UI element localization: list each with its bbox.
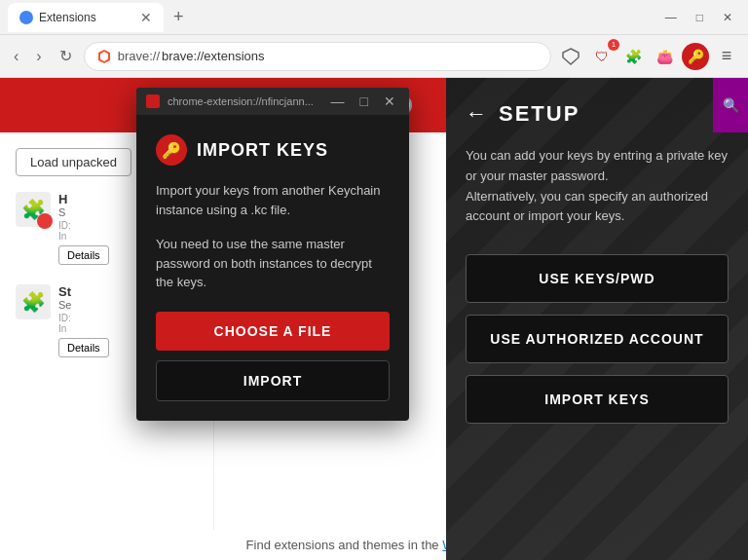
- reload-btn[interactable]: ↻: [54, 43, 78, 69]
- minimize-btn[interactable]: —: [657, 11, 685, 24]
- warning-count: 1: [608, 39, 619, 51]
- extensions-icon[interactable]: 🧩: [619, 43, 647, 70]
- search-panel[interactable]: 🔍: [713, 78, 748, 132]
- dialog-url: chrome-extension://nfincjann...: [168, 95, 319, 107]
- keychain-icon[interactable]: 🔑: [682, 43, 709, 70]
- close-btn[interactable]: ✕: [715, 11, 740, 24]
- toolbar-icons: 🛡 1 🧩 👛 🔑 ≡: [557, 43, 740, 70]
- address-protocol: brave://: [118, 49, 160, 63]
- tab-close-btn[interactable]: ✕: [140, 10, 152, 25]
- shield-icon[interactable]: [557, 43, 584, 70]
- active-tab[interactable]: Extensions ✕: [8, 3, 164, 32]
- dialog-desc2: You need to use the same master password…: [156, 235, 390, 292]
- browser-titlebar: Extensions ✕ + — □ ✕: [0, 0, 748, 35]
- back-arrow-btn[interactable]: ←: [466, 101, 487, 127]
- details-btn-2[interactable]: Details: [58, 338, 109, 357]
- import-keys-btn[interactable]: IMPORT KEYS: [466, 375, 729, 424]
- use-authorized-account-btn[interactable]: USE AUTHORIZED ACCOUNT: [466, 315, 729, 363]
- address-bar: ‹ › ↻ brave://brave://extensions 🛡 1 🧩 👛…: [0, 35, 748, 78]
- dialog-minimize-btn[interactable]: —: [327, 93, 349, 109]
- new-tab-btn[interactable]: +: [168, 7, 190, 27]
- window-controls: — □ ✕: [657, 11, 740, 24]
- forward-btn[interactable]: ›: [30, 44, 47, 69]
- warning-badge-icon[interactable]: 🛡 1: [588, 43, 616, 70]
- dialog-header: 🔑 IMPORT KEYS: [156, 134, 390, 166]
- address-url: brave://extensions: [162, 49, 265, 63]
- dialog-favicon: [146, 94, 160, 108]
- dialog-titlebar: chrome-extension://nfincjann... — □ ✕: [136, 88, 409, 115]
- wallet-icon[interactable]: 👛: [651, 43, 678, 70]
- use-keys-pwd-btn[interactable]: USE KEYS/PWD: [466, 254, 729, 303]
- import-btn[interactable]: IMPORT: [156, 360, 390, 401]
- tab-favicon: [19, 11, 33, 24]
- choose-file-btn[interactable]: CHOOSE A FILE: [156, 312, 390, 351]
- details-btn-1[interactable]: Details: [58, 245, 109, 265]
- search-icon: 🔍: [723, 97, 739, 113]
- svg-marker-2: [563, 49, 579, 64]
- keychain-icon: 🔑: [156, 134, 187, 166]
- back-btn[interactable]: ‹: [8, 44, 24, 69]
- address-field[interactable]: brave://brave://extensions: [84, 42, 551, 71]
- setup-panel: ← SETUP You can add your keys by entring…: [446, 78, 748, 560]
- dialog-close-btn[interactable]: ✕: [380, 93, 399, 109]
- page-content: ⚙ ⚠ 🕐 ⊞ 🔍 Load unpacked H S: [0, 78, 748, 560]
- dialog-title: IMPORT KEYS: [197, 140, 328, 161]
- menu-btn[interactable]: ≡: [713, 43, 740, 70]
- setup-title: SETUP: [499, 101, 580, 127]
- maximize-btn[interactable]: □: [689, 11, 711, 24]
- brave-logo-icon: [96, 49, 112, 64]
- setup-description: You can add your keys by entring a priva…: [466, 146, 729, 227]
- dialog-body: 🔑 IMPORT KEYS Import your keys from anot…: [136, 115, 409, 421]
- tab-label: Extensions: [39, 11, 96, 24]
- dialog-restore-btn[interactable]: □: [356, 93, 372, 109]
- load-unpacked-btn[interactable]: Load unpacked: [16, 148, 131, 176]
- ext-overlay-1: [37, 213, 53, 229]
- import-keys-dialog: chrome-extension://nfincjann... — □ ✕ 🔑 …: [136, 88, 409, 421]
- setup-header: ← SETUP: [466, 101, 729, 127]
- ext-icon-1: [16, 192, 51, 227]
- ext-icon-2: [16, 284, 51, 319]
- dialog-desc1: Import your keys from another Keychain i…: [156, 181, 390, 219]
